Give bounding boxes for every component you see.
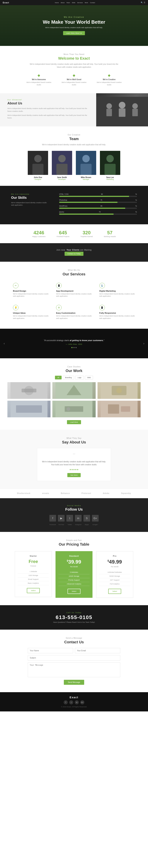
about-desc-2: We're independent brand identity creativ… [7, 114, 89, 119]
service-icon-4: ⚙ [56, 305, 62, 310]
feature-title-2: We're Well Good [60, 79, 88, 81]
pricing-select-1[interactable]: Select [67, 589, 80, 594]
filter-all[interactable]: All [55, 376, 62, 379]
social-icons-row: f ▶ t in S G+ [7, 515, 141, 522]
pricing-select-2[interactable]: Select [108, 589, 121, 594]
stat-number-0: 4246 [32, 230, 46, 236]
testimonial-card-text: We're independent brand identity creativ… [41, 460, 107, 466]
pricing-feature-1-1: 10GB Storage [58, 574, 90, 578]
team-photo-2 [76, 151, 96, 175]
testimonial-next-button[interactable]: › [143, 342, 144, 345]
about-image-inner [96, 93, 148, 126]
service-item-3: 💡 Unique Ideas We're independent brand i… [11, 303, 51, 321]
nav-about[interactable]: About [61, 2, 65, 3]
nav-work[interactable]: Work [85, 2, 88, 3]
menu-icon[interactable]: ☰ [144, 2, 145, 3]
portfolio-item-3[interactable]: Web Design [7, 401, 51, 417]
footer-googleplus-icon[interactable]: G+ [80, 700, 84, 704]
skill-item-0: HTML / CSS 90% [59, 193, 137, 197]
footer-linkedin-icon[interactable]: in [75, 700, 79, 704]
footer-facebook-icon[interactable]: f [64, 700, 68, 704]
skill-label-3: jQuery 70% [59, 211, 137, 213]
say-about-title: Say About Us [7, 440, 141, 444]
footer-twitter-icon[interactable]: t [69, 700, 73, 704]
svg-point-9 [34, 155, 41, 162]
search-icon[interactable]: 🔍 [141, 2, 143, 3]
social-facebook-icon[interactable]: f [50, 515, 56, 522]
contact-subtitle: Send a Message [15, 637, 133, 639]
service-name-4: Easy Customization [56, 312, 92, 314]
social-youtube-icon[interactable]: ▶ [58, 515, 65, 522]
stat-number-3: 57 [104, 230, 116, 236]
testimonial-prev-button[interactable]: ‹ [4, 342, 5, 345]
skill-item-1: Photoshop 75% [59, 199, 137, 203]
portfolio-item-0[interactable]: Brand Work [7, 382, 51, 399]
feature-icon-1: ◆ [25, 73, 53, 78]
svg-rect-34 [108, 404, 119, 414]
portfolio-item-2[interactable]: Product [97, 382, 141, 399]
welcome-title: Welcome to Exact [15, 56, 133, 61]
testimonial-section: ‹ "A successful strategy starts at getti… [0, 329, 148, 358]
contact-title: Contact Us [15, 640, 133, 644]
pricing-card-starter: Starter Free Forever 1 Website 1GB Stora… [15, 551, 52, 597]
contact-email-input[interactable] [75, 648, 120, 653]
service-name-5: Fully Responsive [99, 312, 135, 314]
filter-branding[interactable]: Branding [63, 376, 74, 379]
pricing-tier-1: Standard [58, 555, 90, 557]
dot-0[interactable] [71, 347, 72, 348]
pricing-select-0[interactable]: Select [27, 588, 39, 593]
social-skype-icon[interactable]: S [83, 515, 90, 522]
hero-title: We Make Your World Better [43, 19, 105, 25]
social-googleplus-icon[interactable]: G+ [92, 515, 98, 522]
testimonial-card: " We're independent brand identity creat… [37, 448, 111, 481]
stat-item-3: 57 Working Awards [104, 230, 116, 238]
team-role-0: Designer [28, 178, 48, 180]
social-label-1: YouTube [58, 524, 65, 525]
nav-services[interactable]: Services [77, 2, 83, 3]
team-member-3: Sara Lee Marketing [100, 151, 120, 180]
contact-subject-input[interactable] [28, 655, 120, 660]
clients-cta-button[interactable]: Contact Us Today [65, 252, 84, 256]
contact-section: Send a Message Contact Us Send Message [0, 630, 148, 692]
team-member-1: Jane Smith Developer [52, 151, 72, 180]
say-about-subtitle: What They Say [7, 437, 141, 439]
contact-message-textarea[interactable] [28, 662, 120, 677]
filter-logo[interactable]: Logo [75, 376, 84, 379]
contact-submit-button[interactable]: Send Message [64, 680, 84, 685]
contact-name-input[interactable] [28, 648, 73, 653]
svg-rect-19 [105, 164, 116, 175]
see-more-button[interactable]: See More [67, 473, 81, 477]
portfolio-item-4[interactable]: Branding [52, 401, 95, 417]
navbar: Exact Home About Team Skills Services Wo… [0, 0, 148, 5]
skill-fill-1 [59, 202, 117, 203]
service-icon-2: 📡 [99, 283, 105, 288]
team-role-3: Marketing [100, 178, 120, 180]
brand-logo-4: Adobe [103, 492, 110, 494]
team-role-2: Manager [76, 178, 96, 180]
pricing-feature-1-0: 5 Websites [58, 570, 90, 574]
nav-team[interactable]: Team [66, 2, 70, 3]
portfolio-title: Our Work [7, 369, 141, 373]
portfolio-item-5[interactable]: Print [97, 401, 141, 417]
pricing-feature-1-3: Advanced Analytics [58, 582, 90, 586]
testimonial-text: "A successful strategy starts at getting… [44, 339, 104, 342]
social-instagram-icon[interactable]: in [75, 515, 82, 522]
nav-home[interactable]: Home [55, 2, 59, 3]
feature-desc-1: We're independent brand creative studio [25, 81, 53, 86]
testimonial-dots [71, 347, 77, 348]
dot-2[interactable] [76, 347, 77, 348]
hero-subtitle: We Are Creative [43, 16, 105, 18]
social-twitter-icon[interactable]: t [66, 515, 73, 522]
load-more-button[interactable]: Load More [67, 420, 81, 424]
pricing-features-1: 5 Websites 10GB Storage Priority Support… [58, 570, 90, 586]
welcome-desc: We're independent brand identity creativ… [28, 63, 120, 69]
social-label-2: Twitter [66, 524, 73, 525]
nav-skills[interactable]: Skills [72, 2, 75, 3]
dot-1[interactable] [73, 347, 75, 348]
filter-web[interactable]: Web [85, 376, 93, 379]
about-text: Our Showreel About Us We're independent … [0, 93, 96, 126]
nav-contact[interactable]: Contact [90, 2, 95, 3]
hero-cta-button[interactable]: Learn More About Us [63, 31, 85, 35]
skills-section: We Are Awesome Our Skills We're independ… [0, 186, 148, 224]
portfolio-item-1[interactable]: Logo Design [52, 382, 95, 399]
